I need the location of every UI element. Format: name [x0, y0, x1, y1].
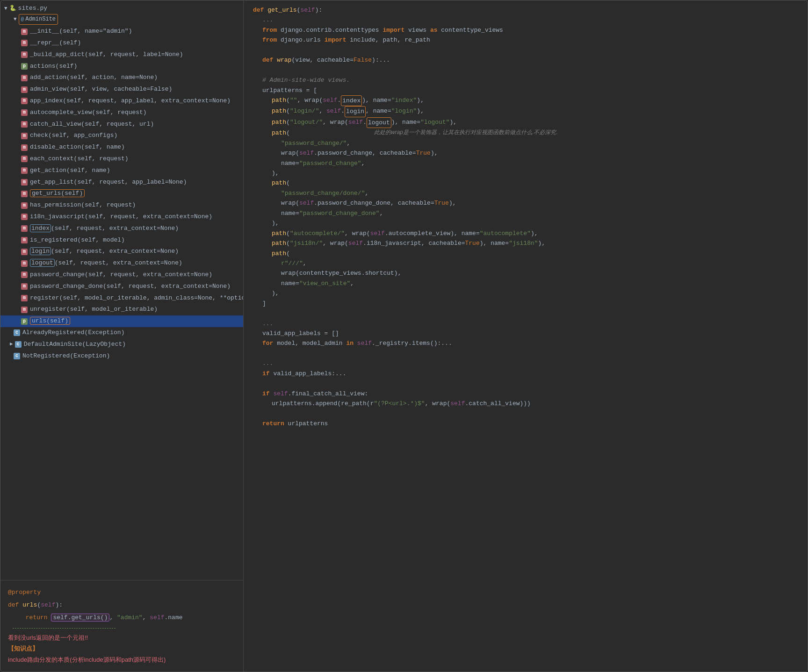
jsi-name: "jsi18n" [509, 238, 538, 248]
logout-boxed: logout [367, 117, 391, 128]
method-i18n-javascript[interactable]: m i18n_javascript(self, request, extra_c… [0, 211, 243, 223]
urlp-append: urlpatterns.append(re_path(r [272, 399, 374, 408]
file-name: sites.py [18, 5, 47, 12]
method-get-urls[interactable]: m get_urls(self) [0, 188, 243, 200]
str-empty: "" [290, 95, 297, 105]
self3: self [348, 117, 363, 127]
self-kw: self [323, 95, 337, 105]
wrap5: wrap( [281, 148, 299, 158]
func-name: get_urls [267, 5, 296, 15]
def-keyword: def [8, 601, 22, 608]
method-repr[interactable]: m __repr__(self) [0, 37, 243, 49]
adminsite-label: @AdminSite [19, 14, 58, 25]
cp6: ), [449, 198, 456, 208]
method-app-index[interactable]: m app_index(self, request, app_label, ex… [0, 95, 243, 107]
method-has-permission[interactable]: m has_permission(self, request) [0, 200, 243, 211]
badge-m-icon: m [21, 272, 28, 278]
method-urls[interactable]: p urls(self) [0, 315, 243, 327]
method-build-app-dict[interactable]: m _build_app_dict(self, request, label=N… [0, 49, 243, 61]
badge-m-icon: m [21, 109, 28, 116]
d2: . [341, 106, 345, 116]
import-keyword: import [382, 25, 408, 35]
catch-attr: .final_catch_all_view: [288, 389, 368, 399]
code-path-pwd: path( [253, 178, 798, 188]
code-comment: # Admin-site-wide views. [253, 75, 798, 85]
method-text: get_app_list(self, request, app_label=No… [30, 178, 187, 187]
method-autocomplete[interactable]: m autocomplete_view(self, request) [0, 107, 243, 119]
method-text: has_permission(self, request) [30, 200, 136, 210]
method-password-change[interactable]: m password_change(self, request, extra_c… [0, 269, 243, 281]
class-text: AlreadyRegistered(Exception) [22, 328, 124, 338]
method-actions[interactable]: p actions(self) [0, 61, 243, 72]
class-text: DefaultAdminSite(LazyObject) [24, 340, 126, 350]
self2: self [326, 106, 341, 116]
op6: ( [286, 229, 290, 238]
login-name: "login" [391, 106, 417, 116]
self-catch2: self [450, 399, 465, 408]
method-text: get_urls(self) [30, 189, 85, 199]
false-val: False [354, 55, 372, 65]
cp3: ), [391, 117, 402, 127]
method-text: __init__(self, name="admin") [30, 27, 132, 36]
comment-text: # Admin-site-wide views. [262, 75, 350, 85]
c2: , [319, 106, 326, 116]
method-init[interactable]: m __init__(self, name="admin") [0, 26, 243, 37]
method-unregister[interactable]: m unregister(self, model_or_iterable) [0, 304, 243, 315]
code-path-index: path("", wrap(self.index), name="index")… [253, 95, 798, 106]
method-add-action[interactable]: m add_action(self, action, name=None) [0, 72, 243, 84]
class-not-registered[interactable]: c NotRegistered(Exception) [0, 350, 243, 362]
method-register[interactable]: m register(self, model_or_iterable, admi… [0, 293, 243, 304]
method-each-context[interactable]: m each_context(self, request) [0, 153, 243, 165]
method-password-change-done[interactable]: m password_change_done(self, request, ex… [0, 281, 243, 293]
method-text: logout(self, request, extra_context=None… [30, 258, 182, 268]
name3: name= [402, 117, 420, 127]
c5: , [361, 158, 365, 168]
code-vos-wrap: wrap(contenttype_views.shortcut), [253, 268, 798, 278]
wrap-call: wrap( [304, 95, 323, 105]
right-panel[interactable]: def get_urls(self): ... from django.cont… [244, 0, 808, 672]
return-keyword: return [262, 419, 288, 429]
method-is-registered[interactable]: m is_registered(self, model) [0, 235, 243, 246]
vos-str: r"///" [281, 258, 303, 268]
method-text: __repr__(self) [30, 38, 81, 48]
module2: django.urls [281, 35, 325, 45]
views: views [408, 25, 430, 35]
return-keyword: return [26, 614, 51, 621]
ac-name: "autocomplete" [480, 229, 531, 238]
op8: ( [286, 249, 290, 258]
blank3 [253, 308, 798, 318]
wrap6: wrap( [281, 198, 299, 208]
code-pw-name: name="password_change", [253, 158, 798, 168]
path-fn4: path [272, 128, 286, 138]
file-row[interactable]: ▼ 🐍 sites.py [0, 3, 243, 13]
class-default-admin-site[interactable]: ▶ c DefaultAdminSite(LazyObject) [0, 339, 243, 350]
method-check[interactable]: m check(self, app_configs) [0, 130, 243, 142]
return-val: urlpatterns [288, 419, 328, 429]
badge-m-icon: m [21, 260, 28, 267]
path-fn6: path [272, 229, 286, 238]
method-admin-view[interactable]: m admin_view(self, view, cacheable=False… [0, 84, 243, 95]
class-already-registered[interactable]: c AlreadyRegistered(Exception) [0, 327, 243, 339]
blank2 [253, 65, 798, 75]
d7: .autocomplete_view), name= [385, 229, 480, 238]
true-val2: True [434, 198, 449, 208]
index-boxed: index [341, 95, 362, 106]
method-get-action[interactable]: m get_action(self, name) [0, 165, 243, 177]
method-get-app-list[interactable]: m get_app_list(self, request, app_label=… [0, 177, 243, 188]
vos-name-str: "view_on_site" [299, 279, 350, 288]
method-text: register(self, model_or_iterable, admin_… [30, 293, 243, 303]
code-close-pw: ), [253, 168, 798, 178]
d6: .password_change_done, cacheable= [314, 198, 434, 208]
close-bracket: ] [262, 299, 266, 308]
method-catch-all[interactable]: m catch_all_view(self, request, url) [0, 119, 243, 130]
from-keyword: from [262, 25, 281, 35]
method-logout[interactable]: m logout(self, request, extra_context=No… [0, 257, 243, 269]
chinese-note: 此处的wrap是一个装饰器，让其在执行对应视图函数前做点什么.不必深究. [374, 128, 558, 137]
method-login[interactable]: m login(self, request, extra_context=Non… [0, 246, 243, 257]
class-adminsite-row[interactable]: ▼ @AdminSite [0, 13, 243, 26]
method-disable-action[interactable]: m disable_action(self, name) [0, 142, 243, 153]
tree-section[interactable]: ▼ 🐍 sites.py ▼ @AdminSite m __init__(sel… [0, 0, 243, 580]
badge-m-icon: m [21, 225, 28, 232]
method-index[interactable]: m index(self, request, extra_context=Non… [0, 223, 243, 235]
true3: True [465, 238, 480, 248]
